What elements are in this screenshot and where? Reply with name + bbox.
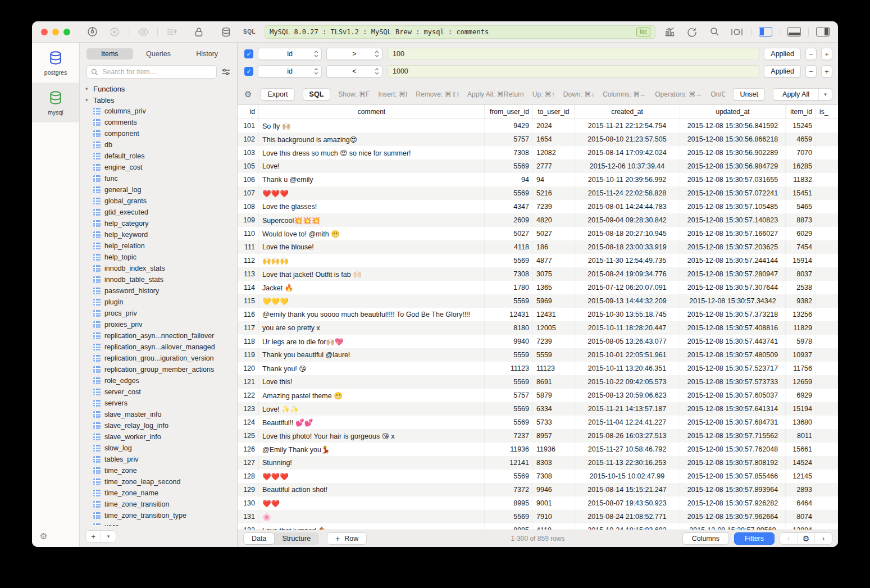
toggle-sidebar-icon[interactable] xyxy=(757,26,774,38)
remove-filter-button[interactable]: − xyxy=(805,65,817,78)
column-header-is[interactable]: is_ xyxy=(816,105,838,118)
toggle-right-panel-icon[interactable] xyxy=(814,26,831,38)
add-filter-button[interactable]: + xyxy=(821,48,832,60)
table-row[interactable]: 126 @Emily Thank you💃 11936 11936 2015-1… xyxy=(238,443,838,456)
search-input[interactable] xyxy=(101,67,212,76)
sidebar-table-item[interactable]: server_cost xyxy=(93,386,237,398)
page-settings-gear-icon[interactable]: ⚙ xyxy=(798,533,814,544)
table-row[interactable]: 123 Love! ✨✨ 5569 6334 2015-11-21 14:13:… xyxy=(238,402,838,416)
sidebar-table-item[interactable]: replication_asyn...nnection_failover xyxy=(93,330,237,341)
apply-all-button[interactable]: Apply All ▾ xyxy=(773,88,832,101)
add-row-button[interactable]: + Row xyxy=(327,532,367,545)
refresh-icon[interactable] xyxy=(684,26,700,38)
filter-operator-select[interactable]: < xyxy=(326,65,382,78)
sidebar-table-item[interactable]: help_keyword xyxy=(93,229,237,240)
chart-icon[interactable] xyxy=(661,26,678,38)
columns-button[interactable]: Columns xyxy=(682,532,729,545)
export-button[interactable]: Export xyxy=(261,88,294,101)
remove-filter-button[interactable]: − xyxy=(805,48,817,60)
sidebar-table-item[interactable]: role_edges xyxy=(93,375,237,386)
connection-target-icon[interactable] xyxy=(84,26,101,38)
sql-button[interactable]: SQL xyxy=(303,88,331,101)
zoom-window-button[interactable] xyxy=(63,29,70,35)
table-row[interactable]: 130 ❤️❤️ 8995 9001 2015-08-07 19:43:50.9… xyxy=(238,496,838,510)
sidebar-table-item[interactable]: global_grants xyxy=(93,195,237,207)
toggle-bottom-panel-icon[interactable] xyxy=(786,26,803,38)
table-row[interactable]: 127 Stunning! 12141 8303 2015-11-13 22:3… xyxy=(238,456,838,470)
sidebar-table-item[interactable]: slave_worker_info xyxy=(93,431,237,443)
sidebar-table-item[interactable]: user xyxy=(93,521,237,526)
sidebar-table-item[interactable]: plugin xyxy=(93,297,237,308)
sidebar-table-item[interactable]: help_relation xyxy=(93,240,237,252)
connection-status-field[interactable]: MySQL 8.0.27 : TLSv1.2 : MySQL Brew : my… xyxy=(265,25,655,39)
database-icon[interactable] xyxy=(217,26,234,38)
sidebar-table-item[interactable]: innodb_index_stats xyxy=(93,263,237,274)
tree-section-tables[interactable]: ▾ Tables xyxy=(85,94,237,106)
lock-icon[interactable] xyxy=(190,26,207,38)
tab-history[interactable]: History xyxy=(184,48,230,60)
sidebar-table-item[interactable]: general_log xyxy=(93,184,237,195)
add-item-button[interactable]: + xyxy=(86,531,101,542)
prev-page-icon[interactable]: ‹ xyxy=(780,533,797,544)
sidebar-table-item[interactable]: engine_cost xyxy=(93,162,237,173)
tab-data[interactable]: Data xyxy=(244,533,274,544)
column-header-from-user-id[interactable]: from_user_id xyxy=(485,105,533,118)
tab-items[interactable]: Items xyxy=(86,48,133,60)
fit-columns-icon[interactable] xyxy=(728,26,745,38)
connection-postgres[interactable]: postgres xyxy=(32,43,79,83)
table-row[interactable]: 112 🙌🙌🙌 5569 4877 2015-11-30 12:54:49.73… xyxy=(238,254,838,267)
sidebar-table-item[interactable]: tables_priv xyxy=(93,454,237,465)
table-row[interactable]: 102 This background is amazing😍 5757 165… xyxy=(238,133,838,146)
table-row[interactable]: 131 🌸 5569 7910 2015-08-24 21:08:52.771 … xyxy=(238,510,838,523)
filter-operator-select[interactable]: > xyxy=(326,48,382,60)
table-row[interactable]: 115 💛💛💛 5569 5969 2015-09-13 14:44:32.20… xyxy=(238,294,838,308)
table-row[interactable]: 124 Beautiful!! 💕💕 5569 5733 2015-11-04 … xyxy=(238,416,838,429)
filter-enabled-checkbox[interactable]: ✓ xyxy=(244,67,253,76)
table-row[interactable]: 117 you are so pretty x 8180 12005 2015-… xyxy=(238,321,838,335)
sidebar-table-item[interactable]: slow_log xyxy=(93,443,237,454)
table-row[interactable]: 132 Love that jumper! 🏇 8995 4118 2015-1… xyxy=(238,523,838,530)
sidebar-table-item[interactable]: procs_priv xyxy=(93,308,237,319)
sidebar-table-item[interactable]: replication_grou...iguration_version xyxy=(93,353,237,364)
sidebar-table-item[interactable]: innodb_table_stats xyxy=(93,274,237,285)
column-header-created-at[interactable]: created_at xyxy=(575,105,680,118)
tab-queries[interactable]: Queries xyxy=(135,48,182,60)
column-header-comment[interactable]: comment xyxy=(259,105,485,118)
sidebar-table-item[interactable]: proxies_priv xyxy=(93,319,237,330)
sidebar-table-item[interactable]: slave_master_info xyxy=(93,409,237,420)
table-row[interactable]: 120 Thank you! 😘 11123 11123 2015-10-11 … xyxy=(238,362,838,375)
sidebar-table-item[interactable]: help_topic xyxy=(93,252,237,263)
filter-field-select[interactable]: id xyxy=(258,48,322,60)
sidebar-table-item[interactable]: comments xyxy=(93,117,237,128)
column-header-to-user-id[interactable]: to_user_id xyxy=(533,105,575,118)
column-header-updated-at[interactable]: updated_at xyxy=(680,105,786,118)
sidebar-table-item[interactable]: slave_relay_log_info xyxy=(93,420,237,431)
filter-applied-button[interactable]: Applied xyxy=(764,65,801,78)
column-header-item-id[interactable]: item_id xyxy=(786,105,816,118)
filters-button[interactable]: Filters xyxy=(734,532,775,545)
item-search-field[interactable] xyxy=(86,65,217,79)
cancel-circle-icon[interactable] xyxy=(106,26,123,38)
sidebar-table-item[interactable]: replication_asyn...ailover_managed xyxy=(93,341,237,353)
table-row[interactable]: 119 Thank you beautiful @laurel 5559 555… xyxy=(238,348,838,362)
table-row[interactable]: 103 Love this dress so much 😍 so nice fo… xyxy=(238,146,838,159)
sidebar-table-item[interactable]: time_zone_transition xyxy=(93,499,237,510)
sidebar-table-item[interactable]: component xyxy=(93,128,237,139)
table-row[interactable]: 129 Beautiful action shot! 7372 9946 201… xyxy=(238,483,838,496)
sidebar-table-item[interactable]: gtid_executed xyxy=(93,207,237,218)
sidebar-table-item[interactable]: replication_group_member_actions xyxy=(93,364,237,375)
table-row[interactable]: 116 @emily thank you soooo much beautifu… xyxy=(238,308,838,321)
add-filter-button[interactable]: + xyxy=(821,65,832,78)
close-window-button[interactable] xyxy=(41,29,48,35)
filter-applied-button[interactable]: Applied xyxy=(764,48,801,60)
commit-rows-icon[interactable] xyxy=(163,26,180,38)
sidebar-table-item[interactable]: time_zone_name xyxy=(93,487,237,499)
sidebar-table-item[interactable]: default_roles xyxy=(93,151,237,162)
table-row[interactable]: 113 Love that jacket! Outfit is fab 🙌🏻 7… xyxy=(238,267,838,281)
sidebar-table-item[interactable]: time_zone xyxy=(93,465,237,476)
table-row[interactable]: 101 So fly 🙌🏼 9429 2024 2015-11-21 22:12… xyxy=(238,119,838,133)
column-header-id[interactable]: id xyxy=(238,105,259,118)
minimize-window-button[interactable] xyxy=(52,29,59,35)
tab-structure[interactable]: Structure xyxy=(274,533,318,544)
connection-mysql[interactable]: mysql xyxy=(32,83,79,122)
